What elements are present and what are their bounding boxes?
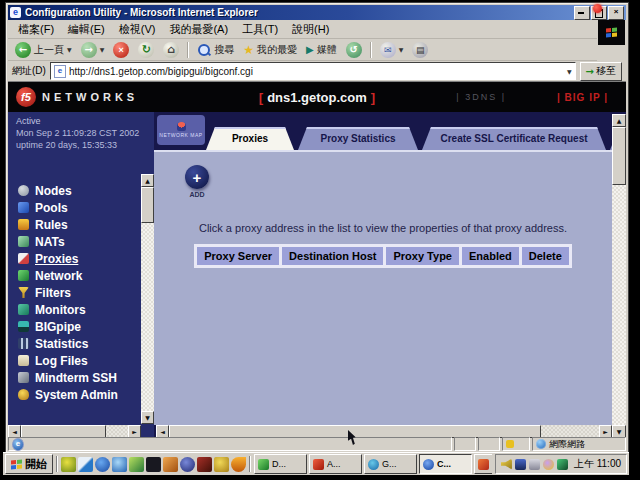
- quicklaunch-icon[interactable]: [61, 457, 76, 472]
- screen: e Configuration Utility - Microsoft Inte…: [0, 0, 640, 480]
- sidebar-item-system-admin[interactable]: System Admin: [18, 386, 136, 403]
- menu-file[interactable]: 檔案(F): [12, 21, 60, 38]
- address-input[interactable]: [69, 66, 564, 77]
- scroll-thumb[interactable]: [141, 187, 154, 223]
- scroll-up-icon[interactable]: ▲: [612, 114, 626, 127]
- address-dropdown-icon[interactable]: ▼: [567, 68, 572, 75]
- address-label: 網址(D): [12, 64, 46, 78]
- quicklaunch-icon[interactable]: [231, 457, 246, 472]
- sidebar-item-proxies[interactable]: Proxies: [18, 250, 136, 267]
- search-button[interactable]: 搜尋: [194, 42, 237, 58]
- browser-toolbar: ← 上一頁 ▼ → ▼ × ↻ ⌂ 搜尋 ★ 我的最愛 ▶ 媒體: [8, 39, 597, 61]
- quicklaunch-icon[interactable]: [180, 457, 195, 472]
- taskbar-button-3[interactable]: G...: [364, 454, 417, 474]
- status-bar: e 網際網路: [8, 437, 626, 451]
- status-datetime: Mon Sep 2 11:09:28 CST 2002: [16, 127, 139, 139]
- quicklaunch-icon[interactable]: [78, 457, 93, 472]
- tray-app-icon[interactable]: [529, 459, 540, 470]
- sidebar-item-rules[interactable]: Rules: [18, 216, 136, 233]
- history-button[interactable]: ↺: [343, 41, 365, 59]
- sidebar-item-network[interactable]: Network: [18, 267, 136, 284]
- sidebar-item-pools[interactable]: Pools: [18, 199, 136, 216]
- menu-edit[interactable]: 編輯(E): [62, 21, 111, 38]
- sidebar-vertical-scrollbar[interactable]: ▲ ▼: [141, 174, 154, 424]
- title-bar[interactable]: e Configuration Utility - Microsoft Inte…: [8, 5, 626, 20]
- start-button[interactable]: 開始: [5, 454, 53, 474]
- tabs: Proxies Proxy Statistics Create SSL Cert…: [206, 127, 612, 150]
- tray-app-icon[interactable]: [557, 459, 568, 470]
- taskbar-button-5[interactable]: M...: [474, 454, 492, 474]
- close-button[interactable]: ×: [608, 6, 624, 20]
- quicklaunch-icon[interactable]: [146, 457, 161, 472]
- refresh-button[interactable]: ↻: [135, 41, 157, 59]
- print-button[interactable]: ▤: [409, 41, 431, 59]
- zone-pane: 網際網路: [532, 437, 626, 451]
- sidebar-item-filters[interactable]: Filters: [18, 284, 136, 301]
- filters-icon: [18, 287, 29, 298]
- go-button[interactable]: → 移至: [580, 62, 622, 81]
- quicklaunch-icon[interactable]: [112, 457, 127, 472]
- back-button[interactable]: ← 上一頁 ▼: [12, 41, 75, 59]
- home-button[interactable]: ⌂: [160, 41, 182, 59]
- quicklaunch-icon[interactable]: [95, 457, 110, 472]
- sidebar-item-nats[interactable]: NATs: [18, 233, 136, 250]
- sidebar-item-log-files[interactable]: Log Files: [18, 352, 136, 369]
- plus-icon[interactable]: +: [185, 165, 209, 189]
- quicklaunch-icon[interactable]: [163, 457, 178, 472]
- mail-icon: ✉: [380, 42, 396, 58]
- menu-tools[interactable]: 工具(T): [236, 21, 284, 38]
- recording-indicator-icon: [593, 4, 602, 13]
- taskbar-button-configuration-utility[interactable]: C...: [419, 454, 472, 474]
- scroll-up-icon[interactable]: ▲: [141, 174, 154, 187]
- quicklaunch-icon[interactable]: [197, 457, 212, 472]
- stop-button[interactable]: ×: [110, 41, 132, 59]
- forward-dropdown-icon[interactable]: ▼: [100, 46, 105, 53]
- forward-button[interactable]: → ▼: [78, 41, 108, 59]
- sidebar-item-bigpipe[interactable]: BIGpipe: [18, 318, 136, 335]
- stop-icon: ×: [113, 42, 129, 58]
- taskbar-button-1[interactable]: D...: [254, 454, 307, 474]
- taskbar-button-2[interactable]: A...: [309, 454, 362, 474]
- menu-favorites[interactable]: 我的最愛(A): [163, 21, 234, 38]
- quicklaunch-icon[interactable]: [214, 457, 229, 472]
- mail-dropdown-icon[interactable]: ▼: [399, 46, 404, 53]
- sidebar-item-mindterm-ssh[interactable]: Mindterm SSH: [18, 369, 136, 386]
- sidebar-item-monitors[interactable]: Monitors: [18, 301, 136, 318]
- proxies-icon: [18, 253, 29, 264]
- tab-proxy-statistics[interactable]: Proxy Statistics: [298, 127, 418, 150]
- window-icon: [478, 459, 489, 470]
- media-icon: ▶: [306, 44, 314, 55]
- main-vertical-scrollbar[interactable]: ▲ ▼: [612, 114, 626, 438]
- menu-view[interactable]: 檢視(V): [113, 21, 162, 38]
- volume-icon[interactable]: [501, 459, 512, 470]
- tab-proxies[interactable]: Proxies: [206, 127, 294, 150]
- sidebar-item-nodes[interactable]: Nodes: [18, 182, 136, 199]
- add-proxy-button[interactable]: + ADD: [172, 165, 222, 198]
- taskbar-clock[interactable]: 上午 11:00: [571, 457, 621, 471]
- security-pane: [502, 437, 530, 451]
- tray-app-icon[interactable]: [515, 459, 526, 470]
- f5-brand-name: NETWORKS: [42, 91, 138, 103]
- tray-app-icon[interactable]: [543, 459, 554, 470]
- print-icon: ▤: [412, 42, 428, 58]
- toolbar-separator: [370, 42, 372, 58]
- menu-help[interactable]: 說明(H): [286, 21, 335, 38]
- quick-launch-bar: [61, 457, 246, 472]
- hostname: dns1.getop.com: [263, 90, 371, 105]
- sidebar-nav: Nodes Pools Rules NATs Proxies Network F…: [18, 182, 136, 403]
- content-area: Active Mon Sep 2 11:09:28 CST 2002 uptim…: [8, 112, 626, 438]
- lock-icon: [506, 440, 514, 448]
- back-dropdown-icon[interactable]: ▼: [67, 46, 72, 53]
- scroll-thumb[interactable]: [612, 127, 626, 185]
- favorites-button[interactable]: ★ 我的最愛: [240, 42, 300, 58]
- minimize-button[interactable]: [574, 6, 590, 20]
- media-button[interactable]: ▶ 媒體: [303, 42, 340, 58]
- mail-button[interactable]: ✉▼: [377, 41, 407, 59]
- network-map-button[interactable]: NETWORK MAP: [157, 115, 205, 145]
- sidebar-item-statistics[interactable]: Statistics: [18, 335, 136, 352]
- scroll-down-icon[interactable]: ▼: [141, 411, 154, 424]
- quicklaunch-icon[interactable]: [129, 457, 144, 472]
- tab-create-ssl-certificate-request[interactable]: Create SSL Certificate Request: [422, 127, 606, 150]
- windows-throbber-logo: [598, 20, 625, 45]
- window-icon: [258, 459, 269, 470]
